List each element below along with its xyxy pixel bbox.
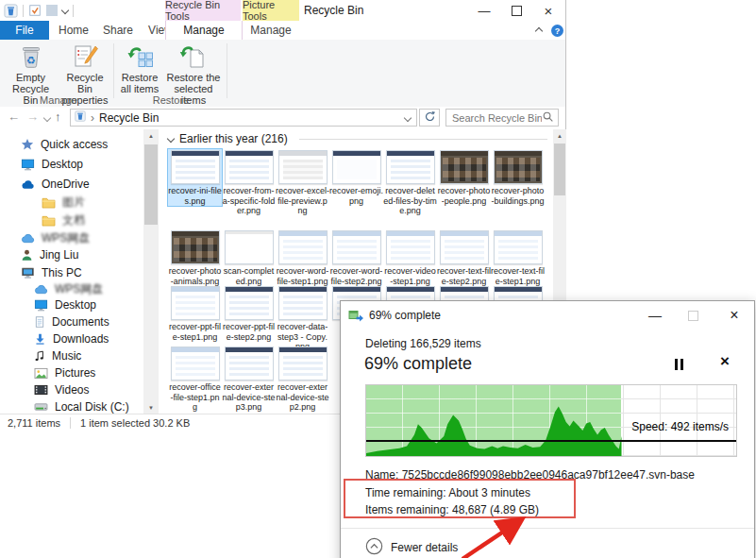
customize-qat-chevron-icon[interactable] — [61, 7, 69, 14]
sidebar-item-label: Music — [52, 349, 81, 363]
address-dropdown-chevron-icon[interactable] — [404, 113, 412, 121]
file-tile-recover-excel-file-preview-png[interactable]: recover-excel-file-preview.png — [276, 149, 329, 216]
file-tile-recover-text-file-step1-png[interactable]: recover-text-file-step1.png — [491, 229, 545, 286]
file-tile-recover-photo-animals-png[interactable]: recover-photo-animals.png — [168, 229, 222, 286]
file-tile-recover-deleted-files-by-time-png[interactable]: recover-deleted-files-by-time.png — [383, 149, 437, 216]
sidebar-item-item[interactable]: 图片 — [42, 194, 85, 211]
sidebar-item-quick-access[interactable]: Quick access — [21, 136, 108, 153]
sidebar-item-desktop[interactable]: Desktop — [34, 296, 96, 313]
forward-button[interactable]: → — [26, 110, 39, 124]
sidebar-item-item[interactable]: 文档 — [42, 211, 85, 228]
filelist-scrollbar-thumb[interactable] — [554, 144, 565, 195]
file-tile-recover-video-step1-png[interactable]: recover-video-step1.png — [383, 229, 437, 286]
dialog-minimize-button[interactable]: — — [639, 301, 671, 330]
file-tile-recover-office-file-step1-png[interactable]: recover-office-file-step1.png — [168, 346, 222, 413]
file-tile-recover-ini-files-png[interactable]: recover-ini-files.png — [168, 149, 222, 206]
sidebar-item-local-disk-c[interactable]: Local Disk (C:) — [34, 398, 129, 414]
restore-all-items-icon — [117, 42, 162, 71]
sidebar-scrollbar-thumb[interactable] — [144, 144, 158, 225]
properties-shortcut-icon[interactable] — [28, 4, 42, 17]
file-tile-recover-photo-people-png[interactable]: recover-photo-people.png — [437, 149, 491, 206]
dialog-title: 69% complete — [369, 309, 441, 322]
sidebar-item-videos[interactable]: Videos — [34, 381, 89, 398]
restore-all-items-button[interactable]: Restore all items — [117, 42, 162, 94]
dialog-close-button[interactable]: × — [718, 301, 750, 330]
sidebar-scrollbar[interactable]: ▲ ▼ — [143, 129, 159, 414]
sidebar-item-label: Desktop — [42, 158, 83, 171]
minimize-ribbon-chevron-icon[interactable] — [535, 27, 543, 35]
quick-access-toolbar — [4, 3, 74, 18]
new-folder-shortcut-icon[interactable] — [46, 5, 58, 16]
cancel-button[interactable]: × — [720, 352, 730, 371]
svg-text:♻: ♻ — [26, 55, 36, 66]
file-thumbnail — [225, 230, 274, 264]
sidebar-item-documents[interactable]: Documents — [34, 313, 109, 330]
sidebar-item-wps[interactable]: WPS网盘 — [21, 229, 90, 246]
sidebar-item-this-pc[interactable]: This PC — [21, 264, 82, 281]
sidebar-item-wps[interactable]: WPS网盘 — [34, 280, 103, 297]
recent-locations-chevron-icon[interactable] — [43, 114, 51, 122]
tab-share[interactable]: Share — [96, 21, 140, 40]
sidebar-item-label: WPS网盘 — [42, 230, 90, 246]
file-tile-recover-ppt-file-step2-png[interactable]: recover-ppt-file-step2.png — [222, 285, 276, 342]
file-tile-recover-text-file-step2-png[interactable]: recover-text-file-step2.png — [437, 229, 491, 286]
tab-label: Manage — [183, 24, 224, 37]
tab-file[interactable]: File — [0, 21, 49, 40]
sidebar-item-downloads[interactable]: Downloads — [34, 330, 109, 347]
file-name-label: recover-word-file-step1.png — [276, 266, 329, 286]
minimize-button[interactable]: — — [470, 0, 498, 21]
cloud-icon — [21, 178, 35, 190]
search-placeholder: Search Recycle Bin — [446, 112, 542, 124]
pause-button[interactable] — [675, 359, 683, 370]
search-input[interactable]: Search Recycle Bin — [445, 109, 559, 127]
file-tile-recover-word-file-step2-png[interactable]: recover-word-file-step2.png — [329, 229, 383, 286]
scroll-down-arrow-icon[interactable]: ▼ — [143, 401, 159, 414]
file-tile-recover-external-device-step2-png[interactable]: recover-external-device-step2.png — [276, 346, 329, 413]
file-thumbnail — [386, 150, 435, 184]
breadcrumb[interactable]: Recycle Bin — [99, 111, 159, 125]
sidebar-item-onedrive[interactable]: OneDrive — [21, 176, 90, 193]
file-name-label: recover-photo-buildings.png — [491, 186, 545, 206]
file-tile-recover-data-step3-copy-png[interactable]: recover-data-step3 - Copy.png — [276, 285, 329, 352]
sidebar-item-desktop[interactable]: Desktop — [21, 156, 83, 173]
back-button[interactable]: ← — [8, 110, 20, 124]
fewer-details-toggle[interactable]: Fewer details — [365, 537, 458, 558]
address-bar: ← → ↑ › Recycle Bin Search Recycle Bin — [0, 107, 565, 129]
sidebar-item-pictures[interactable]: Pictures — [34, 364, 95, 381]
file-tile-recover-photo-buildings-png[interactable]: recover-photo-buildings.png — [491, 149, 545, 206]
file-tile-recover-word-file-step1-png[interactable]: recover-word-file-step1.png — [276, 229, 329, 286]
file-thumbnail — [225, 150, 274, 184]
group-header[interactable]: Earlier this year (216) — [168, 132, 547, 145]
sidebar-item-jing-liu[interactable]: Jing Liu — [21, 246, 78, 263]
file-tile-recover-emoji-png[interactable]: recover-emoji.png — [329, 149, 383, 206]
file-tile-recover-from-a-specific-folder-png[interactable]: recover-from-a-specific-folder.png — [222, 149, 276, 216]
scroll-up-arrow-icon[interactable]: ▲ — [553, 129, 566, 142]
close-button[interactable]: × — [534, 0, 563, 21]
collapse-details-chevron-icon — [365, 537, 383, 558]
ribbon-group-separator — [227, 43, 227, 98]
restore-selected-items-icon — [163, 42, 224, 71]
up-button[interactable]: ↑ — [55, 110, 61, 124]
file-name-label: recover-photo-people.png — [437, 186, 491, 206]
tab-manage-recycle-bin-tools[interactable]: Manage — [165, 21, 243, 40]
cloud2-icon — [21, 232, 35, 244]
file-tile-recover-external-device-step3-png[interactable]: recover-external-device-step3.png — [222, 346, 276, 413]
file-tile-scan-completed-png[interactable]: scan-completed.png — [222, 229, 276, 286]
file-thumbnail — [440, 230, 489, 264]
items-count: 2,711 items — [8, 417, 60, 429]
file-name-label: scan-completed.png — [222, 266, 276, 286]
percent-complete-label: 69% complete — [364, 354, 472, 374]
refresh-button[interactable] — [419, 109, 440, 127]
tab-home[interactable]: Home — [53, 21, 94, 40]
help-icon[interactable]: ? — [551, 25, 563, 37]
file-name-label: recover-text-file-step2.png — [437, 266, 491, 286]
file-tile-recover-ppt-file-step1-png[interactable]: recover-ppt-file-step1.png — [168, 285, 222, 342]
scroll-up-arrow-icon[interactable]: ▲ — [143, 129, 159, 142]
address-field[interactable]: › Recycle Bin — [70, 109, 417, 127]
sidebar-item-music[interactable]: Music — [34, 347, 81, 364]
sidebar-item-label: Desktop — [55, 298, 96, 312]
collapse-group-chevron-icon[interactable] — [167, 135, 175, 143]
screenshot-root: { "window": { "title": "Recycle Bin", "c… — [0, 0, 756, 558]
maximize-button[interactable] — [502, 0, 530, 21]
tab-manage-picture-tools[interactable]: Manage — [243, 21, 299, 40]
